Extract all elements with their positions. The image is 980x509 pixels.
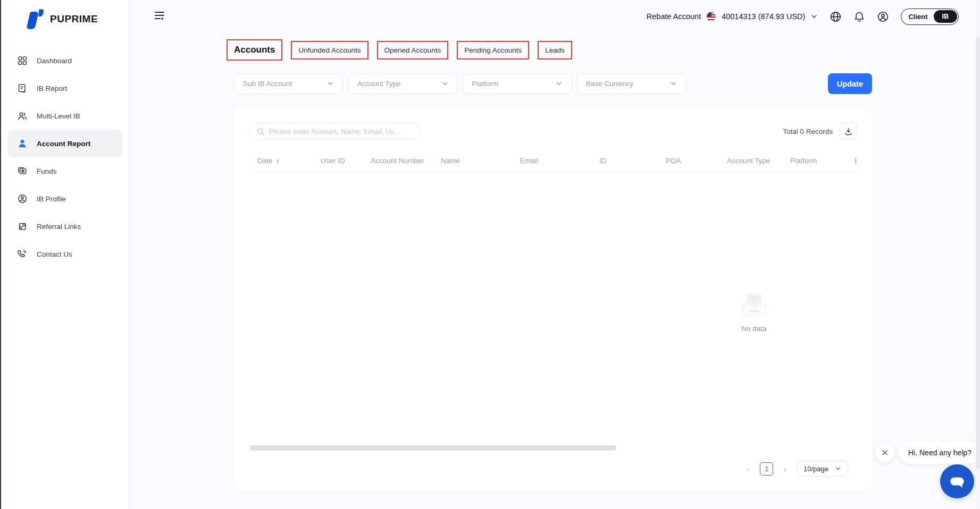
platform-select[interactable]: Platform bbox=[463, 73, 572, 94]
search-icon bbox=[257, 128, 265, 135]
bell-icon bbox=[853, 11, 865, 23]
page-scrollbar-thumb[interactable] bbox=[976, 37, 980, 469]
page-scrollbar-track[interactable] bbox=[976, 0, 980, 509]
empty-state: No data bbox=[727, 292, 781, 333]
sidebar-item-label: Account Report bbox=[37, 140, 90, 148]
sidebar-item-label: IB Report bbox=[37, 84, 67, 92]
person-icon bbox=[17, 138, 28, 149]
select-label: Sub IB Account bbox=[243, 80, 292, 88]
search-input[interactable] bbox=[269, 128, 413, 135]
no-data-icon bbox=[739, 292, 769, 318]
sidebar-item-multi-level-ib[interactable]: Multi-Level IB bbox=[7, 102, 122, 130]
tab-unfunded-accounts[interactable]: Unfunded Accounts bbox=[291, 41, 368, 60]
chevron-down-icon bbox=[556, 80, 563, 87]
prev-page-button[interactable]: ‹ bbox=[744, 464, 752, 473]
main-area: Rebate Account 40014313 (874.93 USD) bbox=[129, 0, 980, 509]
dashboard-grid-icon bbox=[17, 55, 28, 66]
column-header-id: ID bbox=[599, 157, 666, 165]
chevron-down-icon bbox=[441, 80, 448, 87]
page-number-button[interactable]: 1 bbox=[760, 462, 773, 476]
tab-pending-accounts[interactable]: Pending Accounts bbox=[457, 41, 529, 60]
tab-accounts[interactable]: Accounts bbox=[227, 39, 282, 61]
phone-icon bbox=[17, 249, 28, 259]
sidebar-item-referral-links[interactable]: Referral Links bbox=[7, 213, 122, 240]
sidebar-item-label: Contact Us bbox=[37, 250, 72, 258]
select-label: Base Currency bbox=[586, 80, 633, 88]
toggle-client-label[interactable]: Client bbox=[902, 13, 933, 21]
brand-name: PUPRIME bbox=[50, 13, 98, 25]
profile-button[interactable] bbox=[877, 11, 889, 23]
table-toolbar: Total 0 Records bbox=[249, 123, 857, 140]
total-records-label: Total 0 Records bbox=[783, 128, 833, 135]
download-icon bbox=[844, 127, 853, 136]
link-icon bbox=[17, 221, 28, 232]
sidebar-item-dashboard[interactable]: Dashboard bbox=[7, 47, 122, 74]
update-button[interactable]: Update bbox=[828, 73, 872, 94]
select-label: Platform bbox=[472, 80, 498, 88]
us-flag-icon bbox=[706, 12, 716, 22]
app-window: PUPRIME Dashboard IB Report bbox=[0, 0, 980, 509]
column-header-account-number: Account Number bbox=[371, 157, 441, 165]
horizontal-scrollbar-thumb[interactable] bbox=[249, 445, 616, 451]
chevron-down-icon bbox=[327, 80, 334, 87]
column-header-truncated: E bbox=[855, 157, 857, 165]
page-content: Accounts Unfunded Accounts Opened Accoun… bbox=[129, 39, 874, 491]
chat-bubble-icon bbox=[948, 472, 966, 490]
puprime-logo-icon bbox=[26, 9, 46, 30]
column-header-date[interactable]: Date ▲▼ bbox=[257, 157, 321, 165]
base-currency-select[interactable]: Base Currency bbox=[577, 73, 686, 94]
toggle-ib-label[interactable]: IB bbox=[934, 10, 958, 23]
chat-dismiss-button[interactable]: ✕ bbox=[875, 443, 894, 462]
search-box[interactable] bbox=[249, 123, 421, 140]
tab-leads[interactable]: Leads bbox=[538, 41, 572, 60]
select-label: Account Type bbox=[357, 80, 401, 88]
page-size-select[interactable]: 10/page bbox=[797, 461, 848, 477]
account-tabs: Accounts Unfunded Accounts Opened Accoun… bbox=[227, 39, 874, 61]
sidebar-item-label: Dashboard bbox=[37, 57, 72, 65]
rebate-account-selector[interactable]: Rebate Account 40014313 (874.93 USD) bbox=[647, 12, 818, 22]
column-header-user-id: User ID bbox=[321, 157, 371, 165]
sidebar-item-label: Funds bbox=[37, 167, 57, 175]
accounts-table-card: Total 0 Records Date ▲▼ User ID Account … bbox=[234, 107, 872, 491]
sidebar-item-ib-report[interactable]: IB Report bbox=[7, 74, 122, 102]
chevron-down-icon bbox=[670, 80, 677, 87]
multi-users-icon bbox=[17, 111, 28, 121]
download-button[interactable] bbox=[840, 123, 857, 140]
no-data-label: No data bbox=[727, 325, 781, 333]
table-header-row: Date ▲▼ User ID Account Number Name Emai… bbox=[249, 157, 857, 174]
sidebar-item-ib-profile[interactable]: IB Profile bbox=[7, 185, 122, 213]
notifications-button[interactable] bbox=[853, 11, 865, 23]
sidebar-item-account-report[interactable]: Account Report bbox=[7, 130, 122, 157]
column-header-platform: Platform bbox=[790, 157, 855, 165]
sidebar-collapse-button[interactable] bbox=[154, 10, 166, 23]
column-label: Date bbox=[257, 157, 273, 165]
page-size-label: 10/page bbox=[803, 465, 828, 473]
sidebar-item-label: Referral Links bbox=[37, 223, 81, 231]
language-globe-button[interactable] bbox=[830, 11, 842, 23]
sub-ib-account-select[interactable]: Sub IB Account bbox=[234, 73, 343, 94]
sidebar: PUPRIME Dashboard IB Report bbox=[1, 0, 129, 509]
hamburger-icon bbox=[154, 10, 166, 21]
column-header-email: Email bbox=[520, 157, 599, 165]
chat-greeting-bubble[interactable]: Hi. Need any help? bbox=[899, 441, 980, 464]
rebate-account-label: Rebate Account bbox=[647, 12, 701, 21]
column-header-poa: POA bbox=[666, 157, 727, 165]
sidebar-nav: Dashboard IB Report Multi-Level IB A bbox=[1, 47, 129, 268]
profile-circle-icon bbox=[17, 193, 28, 204]
column-header-name: Name bbox=[441, 157, 520, 165]
filter-row: Sub IB Account Account Type Platform Bas… bbox=[234, 73, 872, 94]
sidebar-item-funds[interactable]: Funds bbox=[7, 157, 122, 185]
client-ib-toggle[interactable]: Client IB bbox=[901, 9, 959, 25]
chevron-down-icon bbox=[810, 13, 818, 20]
brand-logo[interactable]: PUPRIME bbox=[1, 6, 129, 32]
column-header-account-type: Account Type bbox=[727, 157, 790, 165]
next-page-button[interactable]: › bbox=[781, 464, 789, 473]
chat-launcher-button[interactable] bbox=[940, 464, 974, 498]
account-type-select[interactable]: Account Type bbox=[348, 73, 457, 94]
chevron-down-icon bbox=[835, 465, 841, 472]
user-icon bbox=[877, 11, 889, 23]
tab-opened-accounts[interactable]: Opened Accounts bbox=[377, 41, 449, 60]
sidebar-item-contact-us[interactable]: Contact Us bbox=[7, 240, 122, 268]
sidebar-item-label: IB Profile bbox=[37, 195, 66, 203]
sort-icon[interactable]: ▲▼ bbox=[276, 158, 280, 164]
